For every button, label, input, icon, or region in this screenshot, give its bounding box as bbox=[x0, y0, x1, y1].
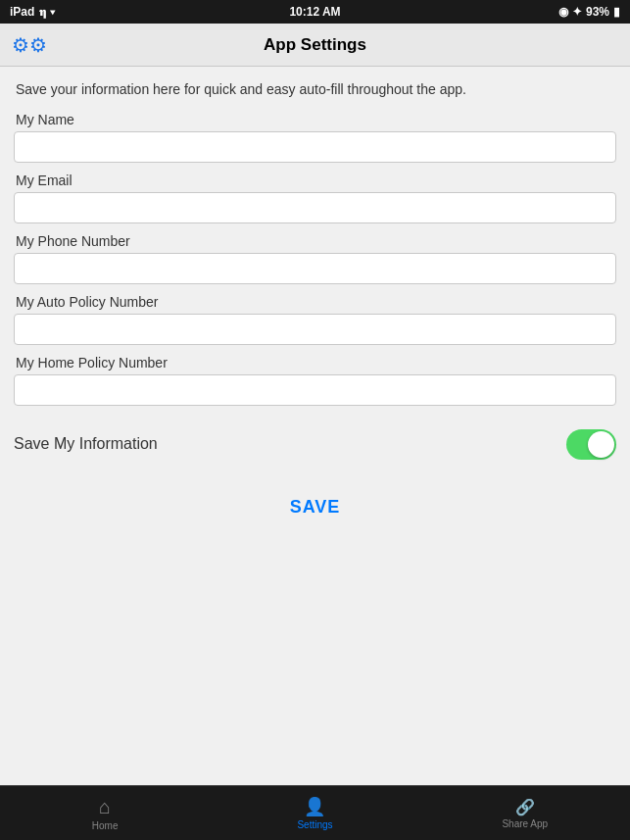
wifi-icon: 𝛈 ▾ bbox=[39, 5, 54, 19]
auto-policy-input[interactable] bbox=[14, 314, 616, 345]
settings-person-icon: 👤 bbox=[304, 796, 325, 817]
toggle-knob bbox=[588, 431, 614, 458]
carrier-label: iPad bbox=[10, 5, 34, 19]
save-info-toggle[interactable] bbox=[566, 429, 616, 460]
toggle-label: Save My Information bbox=[14, 435, 158, 453]
home-policy-field-group: My Home Policy Number bbox=[14, 355, 616, 406]
home-policy-input[interactable] bbox=[14, 374, 616, 406]
home-policy-label: My Home Policy Number bbox=[14, 355, 616, 371]
battery-label: 93% bbox=[586, 5, 609, 19]
email-field-group: My Email bbox=[14, 173, 616, 223]
tab-settings[interactable]: 👤 Settings bbox=[210, 786, 419, 840]
battery-icon: ▮ bbox=[613, 5, 620, 19]
description-text: Save your information here for quick and… bbox=[0, 67, 630, 112]
save-button-container: SAVE bbox=[0, 473, 630, 545]
screen-icon: ◉ bbox=[558, 5, 568, 19]
phone-input[interactable] bbox=[14, 253, 616, 284]
email-label: My Email bbox=[14, 173, 616, 188]
auto-policy-label: My Auto Policy Number bbox=[14, 294, 616, 310]
save-info-toggle-row: Save My Information bbox=[0, 416, 630, 473]
tab-share-app[interactable]: 🔗 Share App bbox=[420, 786, 630, 840]
tab-bar: ⌂ Home 👤 Settings 🔗 Share App bbox=[0, 785, 630, 840]
save-button[interactable]: SAVE bbox=[251, 489, 380, 525]
gear-icon[interactable]: ⚙ bbox=[12, 33, 47, 57]
form-section: My Name My Email My Phone Number My Auto… bbox=[0, 112, 630, 406]
name-input[interactable] bbox=[14, 131, 616, 163]
auto-policy-field-group: My Auto Policy Number bbox=[14, 294, 616, 345]
nav-bar: ⚙ App Settings bbox=[0, 24, 630, 67]
content-area: Save your information here for quick and… bbox=[0, 67, 630, 785]
name-label: My Name bbox=[14, 112, 616, 127]
phone-field-group: My Phone Number bbox=[14, 233, 616, 284]
tab-home-label: Home bbox=[92, 820, 119, 831]
name-field-group: My Name bbox=[14, 112, 616, 163]
status-bar-left: iPad 𝛈 ▾ bbox=[10, 5, 55, 19]
email-input[interactable] bbox=[14, 192, 616, 223]
tab-home[interactable]: ⌂ Home bbox=[0, 786, 210, 840]
tab-settings-label: Settings bbox=[297, 819, 332, 830]
home-icon: ⌂ bbox=[99, 796, 111, 818]
status-bar-right: ◉ ✦ 93% ▮ bbox=[558, 5, 620, 19]
nav-bar-title: App Settings bbox=[264, 35, 366, 55]
status-bar: iPad 𝛈 ▾ 10:12 AM ◉ ✦ 93% ▮ bbox=[0, 0, 630, 24]
status-bar-time: 10:12 AM bbox=[289, 5, 340, 19]
share-icon: 🔗 bbox=[515, 798, 535, 816]
phone-label: My Phone Number bbox=[14, 233, 616, 249]
bluetooth-icon: ✦ bbox=[572, 5, 582, 19]
tab-share-label: Share App bbox=[502, 818, 548, 829]
